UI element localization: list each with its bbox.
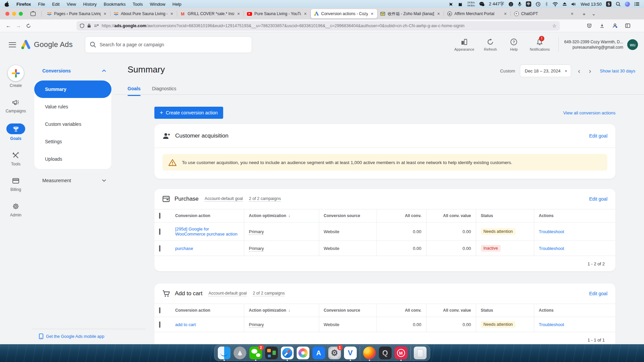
tab-close-icon[interactable]: ×	[503, 11, 507, 16]
prev-period-button[interactable]: ‹	[576, 67, 582, 75]
sidebar-item-custom-variables[interactable]: Custom variables	[34, 115, 111, 133]
new-tab-button[interactable]: +	[583, 11, 586, 17]
menubar-clock[interactable]: Wed 13:50	[581, 2, 602, 7]
back-button[interactable]: ←	[3, 21, 13, 31]
tab-close-icon[interactable]: ×	[170, 11, 174, 16]
statusbar-app-icon-2[interactable]	[458, 2, 463, 7]
ads-nav-menu-icon[interactable]	[9, 42, 16, 47]
pocket-save-icon[interactable]	[584, 21, 594, 31]
campaigns-count-tag[interactable]: 2 of 2 campaigns	[249, 196, 281, 202]
rail-item-goals[interactable]: Goals	[6, 123, 25, 141]
volume-icon[interactable]	[571, 2, 576, 6]
tab-close-icon[interactable]: ×	[237, 11, 241, 16]
date-range-selector[interactable]: Dec 18 – 23, 2024 ▾	[520, 64, 571, 77]
sidebar-item-value-rules[interactable]: Value rules	[34, 98, 111, 115]
google-ads-logo[interactable]: Google Ads	[21, 40, 73, 50]
control-center-icon[interactable]	[634, 2, 639, 6]
account-info[interactable]: 649-320-2399 Cozy Warmth, D... puresauna…	[564, 39, 623, 50]
dock-photos[interactable]	[297, 347, 309, 359]
dock-firefox[interactable]	[363, 347, 376, 359]
section-conversions[interactable]: Conversions	[34, 66, 111, 76]
tab-pages-pure-sauna[interactable]: Pages ‹ Pure Sauna Living – ×	[44, 9, 110, 18]
tab-close-icon[interactable]: ×	[570, 11, 574, 16]
row-checkbox[interactable]	[159, 245, 160, 252]
tracking-protection-shield-icon[interactable]	[80, 23, 84, 28]
dock-mindmaster[interactable]: M	[395, 347, 407, 359]
avatar[interactable]: wu	[627, 39, 638, 50]
menubar-item-tools[interactable]: Tools	[133, 2, 143, 7]
apple-menu-icon[interactable]	[5, 1, 9, 7]
s-app-status-icon[interactable]: S	[606, 1, 611, 7]
menubar-item-history[interactable]: History	[83, 2, 97, 7]
dock-quicktime[interactable]: Q	[379, 347, 392, 359]
menubar-item-bookmarks[interactable]: Bookmarks	[104, 2, 126, 7]
account-default-goal-tag[interactable]: Account-default goal	[205, 196, 243, 202]
section-measurement[interactable]: Measurement	[34, 172, 111, 189]
conversion-action-link[interactable]: add to cart	[175, 322, 196, 327]
permissions-icon[interactable]	[94, 24, 99, 28]
spotlight-search-icon[interactable]	[616, 2, 621, 6]
optimization-value[interactable]: Primary	[249, 229, 264, 235]
sort-descending-icon[interactable]: ↓	[288, 213, 290, 218]
troubleshoot-link[interactable]: Troubleshoot	[539, 322, 564, 327]
dock-safari[interactable]	[281, 347, 294, 359]
sidebar-item-summary[interactable]: Summary	[34, 81, 111, 98]
troubleshoot-link[interactable]: Troubleshoot	[539, 246, 564, 251]
menubar-item-window[interactable]: Window	[150, 2, 165, 7]
conversion-action-link[interactable]: purchase	[175, 246, 193, 251]
dock-checkmark-app[interactable]: V	[344, 347, 357, 359]
refresh-button[interactable]: Refresh	[477, 38, 503, 51]
wifi-icon[interactable]	[552, 2, 558, 6]
dock-finder[interactable]	[218, 347, 231, 359]
menubar-item-firefox[interactable]: Firefox	[16, 2, 31, 7]
tab-about-pure-sauna[interactable]: About Pure Sauna Living – P ×	[110, 9, 177, 18]
rail-item-billing[interactable]: Billing	[10, 176, 21, 192]
tab-close-icon[interactable]: ×	[370, 11, 374, 16]
dock-window-manager[interactable]	[265, 347, 278, 359]
reload-button[interactable]	[23, 21, 34, 31]
tab-gmail-grill-cover[interactable]: M GRILL COVER *sale.* Instant ×	[177, 9, 244, 18]
optimization-value[interactable]: Primary	[249, 322, 264, 328]
rail-item-create[interactable]: Create	[8, 65, 24, 88]
menubar-item-help[interactable]: Help	[172, 2, 182, 7]
create-conversion-action-button[interactable]: + Create conversion action	[154, 107, 223, 119]
tab-zoho-mail[interactable]: 收件箱 - Zoho Mail (liana@pu ×	[377, 9, 444, 18]
optimization-value[interactable]: Primary	[249, 246, 264, 252]
rail-item-tools[interactable]: Tools	[11, 151, 20, 166]
url-text[interactable]: https://ads.google.com/aw/conversions?oc…	[102, 23, 549, 28]
window-zoom-button[interactable]	[19, 12, 23, 16]
window-close-button[interactable]	[5, 12, 9, 16]
rail-item-admin[interactable]: Admin	[10, 202, 21, 217]
dock-launchpad[interactable]	[234, 347, 246, 359]
sort-descending-icon[interactable]: ↓	[288, 308, 290, 313]
tab-chatgpt[interactable]: ✳ ChatGPT ×	[511, 9, 577, 18]
ads-search-input[interactable]	[100, 42, 247, 47]
show-last-30-days-link[interactable]: Show last 30 days	[600, 68, 635, 73]
edit-goal-link[interactable]: Edit goal	[589, 291, 607, 296]
conversion-action-link[interactable]: [295d] Google for WooCommerce purchase a…	[175, 226, 237, 237]
dock-system-settings[interactable]: 1 ⚙	[328, 347, 341, 359]
window-minimize-button[interactable]	[12, 12, 16, 16]
tab-conversion-actions-active[interactable]: Conversion actions - Cozy W ×	[311, 9, 377, 18]
help-button[interactable]: ? Help	[503, 38, 524, 51]
lock-icon[interactable]	[87, 23, 91, 28]
menubar-item-edit[interactable]: Edit	[52, 2, 59, 7]
forward-button[interactable]: →	[13, 21, 23, 31]
dock-app-store[interactable]: A	[312, 347, 325, 359]
ads-search-bar[interactable]	[85, 36, 252, 53]
select-all-checkbox[interactable]	[159, 307, 160, 313]
row-checkbox[interactable]	[159, 321, 160, 328]
menubar-item-view[interactable]: View	[67, 2, 76, 7]
tab-affirm[interactable]: a Affirm Merchant Portal ×	[444, 9, 510, 18]
firefox-view-icon[interactable]	[30, 11, 36, 16]
next-period-button[interactable]: ›	[587, 67, 593, 75]
notifications-button[interactable]: ! Notifications	[524, 38, 555, 51]
sidebar-toggle-icon[interactable]	[623, 21, 633, 31]
bookmark-star-icon[interactable]: ☆	[552, 23, 556, 29]
microphone-status-icon[interactable]	[518, 2, 522, 7]
row-checkbox[interactable]	[159, 228, 160, 235]
account-default-goal-tag[interactable]: Account-default goal	[208, 291, 247, 296]
app-menu-icon[interactable]	[635, 24, 641, 28]
edit-goal-link[interactable]: Edit goal	[589, 133, 607, 139]
appearance-button[interactable]: Appearance	[451, 38, 477, 51]
